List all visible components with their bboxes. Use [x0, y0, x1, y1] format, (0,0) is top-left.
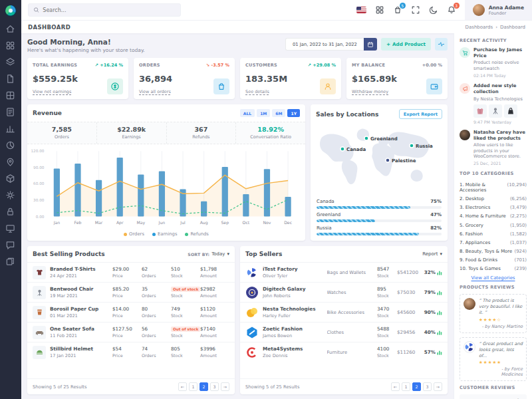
page-button-→[interactable]: →	[434, 382, 442, 391]
plus-icon: +	[386, 41, 390, 47]
view-all-categories-link[interactable]: View all Categories	[460, 275, 527, 281]
category-row[interactable]: 1. Mobile & Accessories(10,294)	[460, 180, 527, 194]
progress-fill	[317, 233, 419, 235]
user-icon	[320, 78, 336, 94]
activity-title: Added new style collection	[473, 83, 527, 95]
revenue-stat: $22.89kEarnings	[97, 122, 167, 144]
svg-text:60.00: 60.00	[33, 182, 45, 186]
price-cell: $85.20Price	[112, 286, 142, 299]
page-button-←[interactable]: ←	[391, 382, 400, 391]
range-button-1m[interactable]: 1M	[257, 109, 270, 117]
apps-grid-icon[interactable]	[5, 41, 16, 51]
category-row[interactable]: 4. Home & Furniture(2,275)	[460, 212, 527, 221]
page-button-→[interactable]: →	[221, 382, 229, 391]
page-button-2[interactable]: 2	[412, 382, 421, 391]
search-input[interactable]	[43, 7, 176, 13]
user-menu[interactable]: Anna Adame Founder	[465, 0, 532, 20]
range-button-6m[interactable]: 6M	[272, 109, 285, 117]
page-button-2[interactable]: 2	[200, 382, 208, 391]
location-row-canada: Canada75%	[317, 199, 442, 209]
percent-cell: 32%	[422, 269, 442, 275]
cart-icon[interactable]: 5	[393, 5, 402, 15]
box-icon[interactable]	[5, 174, 16, 184]
product-date: 19 Mar 2021	[50, 293, 108, 299]
page-button-←[interactable]: ←	[178, 382, 187, 391]
category-row[interactable]: 8. Beauty, Toys & More(924)	[460, 247, 527, 256]
products-reviews-list: “ The product is very beautiful. I like …	[460, 294, 527, 381]
orders-cell: 80Orders	[142, 306, 171, 319]
stat-card-total-earnings: TOTAL EARNINGS↗ +16.24 %$559.25kView net…	[27, 58, 128, 99]
amount-cell: $541200	[397, 269, 422, 275]
location-percent: 82%	[430, 225, 442, 231]
revenue-chart-legend: OrdersEarningsRefunds	[27, 230, 305, 241]
stock-cell: 8547Stock	[377, 266, 397, 279]
pie-chart-icon[interactable]	[5, 140, 16, 151]
notifications-bell-icon[interactable]: 3	[447, 5, 456, 15]
stat-link[interactable]: View all orders	[139, 89, 171, 94]
fullscreen-icon[interactable]	[411, 5, 420, 15]
amount-cell: $2982Amount	[200, 286, 229, 299]
layers-icon[interactable]	[5, 57, 16, 68]
location-percent: 47%	[430, 212, 442, 217]
chat-icon[interactable]	[5, 240, 16, 251]
date-range-input[interactable]	[285, 38, 364, 51]
range-button-1y[interactable]: 1Y	[287, 109, 300, 117]
thumbnail-tripod	[489, 104, 502, 118]
forms-icon[interactable]	[5, 107, 16, 118]
progress-fill	[317, 219, 375, 222]
add-product-button[interactable]: +Add Product	[381, 38, 431, 51]
sort-by-dropdown[interactable]: SORT BY: Today ▾	[188, 251, 229, 257]
lock-icon[interactable]	[5, 207, 16, 217]
category-name: 3. Electronics	[460, 205, 490, 210]
top-sellers-pagination: ←123→	[391, 382, 442, 391]
category-row[interactable]: 7. Appliances(1,037)	[460, 238, 527, 247]
reviewer-avatar	[464, 298, 475, 310]
seller-logo	[245, 326, 259, 339]
out-of-stock-badge: Out of stock	[171, 327, 200, 332]
product-date: 17 Jan 2021	[50, 353, 108, 358]
svg-text:120.00: 120.00	[31, 149, 45, 153]
category-row[interactable]: 9. Food & Drinks(701)	[460, 256, 527, 265]
stock-cell: 5488Stock	[377, 326, 397, 338]
svg-text:Aug: Aug	[200, 220, 208, 225]
cart-badge: 5	[400, 3, 406, 9]
page-button-3[interactable]: 3	[210, 382, 219, 391]
language-flag-us[interactable]	[356, 7, 366, 13]
apps-grid-icon[interactable]	[375, 5, 384, 15]
category-row[interactable]: 2. Desktop(6,256)	[460, 194, 527, 203]
widgets-icon[interactable]	[5, 90, 16, 101]
app-logo-icon[interactable]	[4, 4, 17, 17]
range-button-all[interactable]: ALL	[240, 109, 255, 117]
breadcrumb-parent[interactable]: Dashboards	[466, 25, 493, 30]
home-icon[interactable]	[5, 24, 16, 35]
calendar-button[interactable]	[364, 38, 377, 51]
category-row[interactable]: 10. Toys & Games(239)	[460, 265, 527, 273]
thumbnail-jacket	[473, 104, 487, 118]
category-count: (2,275)	[510, 213, 527, 219]
stat-link[interactable]: Withdraw money	[352, 89, 388, 94]
report-dropdown[interactable]: Report ▾	[422, 251, 442, 257]
page-button-3[interactable]: 3	[423, 382, 432, 391]
page-button-1[interactable]: 1	[189, 382, 198, 391]
table-row: Bentwood Chair19 Mar 2021$85.20Price35Or…	[27, 282, 235, 302]
category-row[interactable]: 5. Grocery(1,950)	[460, 221, 527, 229]
cart-icon	[460, 47, 470, 58]
pages-icon[interactable]	[5, 74, 16, 84]
category-row[interactable]: 3. Electronics(3,479)	[460, 203, 527, 212]
revenue-stat-label: Orders	[29, 134, 95, 140]
monitor-icon[interactable]	[5, 223, 16, 234]
seller-person: Zoe Dennis	[263, 353, 323, 358]
customer-reviews-title: CUSTOMER REVIEWS	[460, 385, 527, 390]
category-row[interactable]: 6. Fashion(1,582)	[460, 229, 527, 238]
stat-link[interactable]: View net earnings	[33, 89, 71, 94]
collection-icon[interactable]	[5, 257, 16, 267]
activity-button[interactable]	[435, 38, 448, 51]
bar-chart-icon[interactable]	[5, 124, 16, 134]
page-button-1[interactable]: 1	[402, 382, 410, 391]
export-report-button[interactable]: Export Report	[399, 109, 442, 119]
product-review: “ The product is very beautiful. I like …	[460, 294, 527, 333]
dark-mode-moon-icon[interactable]	[429, 5, 438, 15]
gear-icon[interactable]	[5, 190, 16, 201]
stat-link[interactable]: See details	[245, 89, 269, 94]
map-pin-icon[interactable]	[5, 157, 16, 168]
